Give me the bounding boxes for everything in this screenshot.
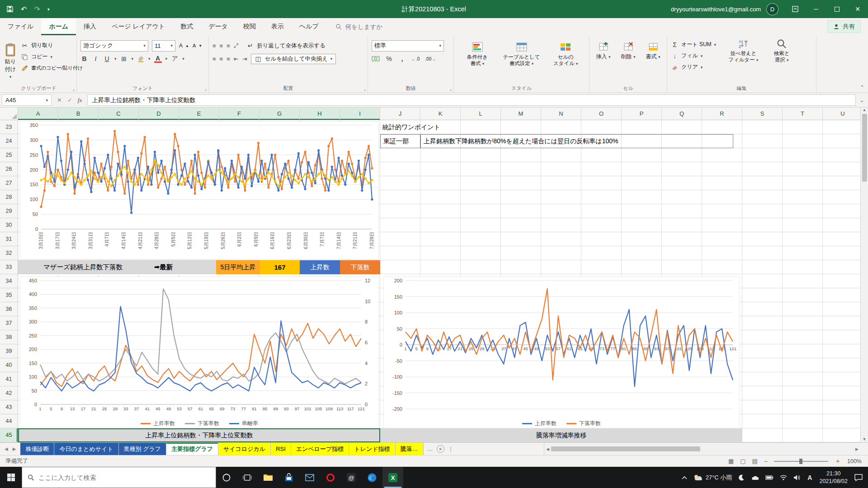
number-dialog-launcher[interactable]: ⌟ <box>449 86 452 91</box>
row-header-45[interactable]: 45 <box>0 428 18 442</box>
sheet-tab-主要指標グラフ[interactable]: 主要指標グラフ <box>166 443 218 455</box>
tell-me-search[interactable] <box>335 23 404 30</box>
column-header-R[interactable]: R <box>702 108 742 120</box>
cell-j24[interactable]: 東証一部 <box>380 134 420 148</box>
sort-filter-button[interactable]: AZ 並べ替えとフィルター ▾ <box>724 38 762 84</box>
alignment-dialog-launcher[interactable]: ⌟ <box>363 86 366 91</box>
row-header-32[interactable]: 32 <box>0 246 18 260</box>
row-header-34[interactable]: 34 <box>0 274 18 288</box>
ribbon-tab-表示[interactable]: 表示 <box>264 18 292 35</box>
maximize-button[interactable] <box>826 0 847 18</box>
cell-styles-button[interactable]: セルのスタイル ▾ <box>546 41 585 67</box>
column-header-Q[interactable]: Q <box>662 108 702 120</box>
row-header-28[interactable]: 28 <box>0 190 18 204</box>
ribbon-tab-数式[interactable]: 数式 <box>173 18 201 35</box>
account-email[interactable]: dryyourtearswithlove1@gmail.com <box>671 6 761 13</box>
align-right-icon[interactable]: ≡ <box>226 56 230 62</box>
red-ring-app-icon[interactable] <box>320 467 341 488</box>
align-middle-icon[interactable]: ≡ <box>220 42 223 49</box>
action-center-icon[interactable] <box>851 467 868 488</box>
column-header-H[interactable]: H <box>300 108 340 120</box>
banner-45-left[interactable]: 上昇率上位銘柄数・下降率上位変動数 <box>18 428 380 442</box>
sheet-tab-RSI[interactable]: RSI <box>271 443 291 455</box>
ribbon-tab-ファイル[interactable]: ファイル <box>0 18 41 35</box>
advance-count-header-cell[interactable]: 上昇数 <box>300 260 340 274</box>
tray-chevron-up-icon[interactable] <box>679 467 690 488</box>
avg-up-value-cell[interactable]: 167 <box>260 260 300 274</box>
page-layout-view-icon[interactable]: ▢ <box>740 458 745 465</box>
number-format-combobox[interactable]: 標準▾ <box>372 40 444 52</box>
row-header-35[interactable]: 35 <box>0 288 18 302</box>
row-header-25[interactable]: 25 <box>0 148 18 162</box>
minimize-button[interactable]: ─ <box>806 0 826 18</box>
align-left-icon[interactable]: ≡ <box>212 56 216 62</box>
align-top-icon[interactable]: ≡ <box>212 42 216 49</box>
increase-decimal-button[interactable]: ←.0 <box>411 56 420 61</box>
row-header-39[interactable]: 39 <box>0 344 18 358</box>
row-header-29[interactable]: 29 <box>0 204 18 218</box>
ribbon-tab-ホーム[interactable]: ホーム <box>41 18 76 35</box>
share-button[interactable]: 共有 <box>827 20 861 33</box>
fill-color-icon[interactable] <box>137 55 145 62</box>
column-header-T[interactable]: T <box>783 108 823 120</box>
increase-indent-icon[interactable]: ⇥ <box>242 56 247 62</box>
qat-customize-caret[interactable]: ▾ <box>47 7 50 12</box>
column-header-S[interactable]: S <box>742 108 783 120</box>
font-color-button[interactable]: A <box>154 55 162 63</box>
close-button[interactable]: ✕ <box>847 0 868 18</box>
decrease-decimal-button[interactable]: .00→ <box>425 56 436 61</box>
chart-advance-decline-rate[interactable]: -200-150-100-500501001502001591317212529… <box>383 277 740 428</box>
column-header-K[interactable]: K <box>420 108 461 120</box>
cortana-icon[interactable] <box>216 467 237 488</box>
ribbon-tab-挿入[interactable]: 挿入 <box>76 18 104 35</box>
row-header-24[interactable]: 24 <box>0 134 18 148</box>
ribbon-tab-ヘルプ[interactable]: ヘルプ <box>292 18 326 35</box>
column-header-C[interactable]: C <box>99 108 139 120</box>
zoom-slider[interactable] <box>774 461 828 462</box>
row-header-33[interactable]: 33 <box>0 260 18 274</box>
column-header-E[interactable]: E <box>179 108 219 120</box>
sheet-tab-業種別 グラフ[interactable]: 業種別 グラフ <box>119 443 167 455</box>
cancel-formula-icon[interactable]: ✕ <box>57 97 62 103</box>
sheet-tab-株価診断[interactable]: 株価診断 <box>20 443 54 455</box>
comma-style-button[interactable]: , <box>398 55 406 62</box>
column-header-N[interactable]: N <box>541 108 581 120</box>
sheet-tab-menu-icon[interactable]: ⋮ <box>448 446 454 452</box>
enter-formula-icon[interactable]: ✓ <box>67 97 72 103</box>
find-select-button[interactable]: 検索と選択 ▾ <box>765 38 798 84</box>
sheet-nav-right-icon[interactable]: ▶ <box>13 446 16 451</box>
format-cells-button[interactable]: 書式 ▾ <box>643 41 663 61</box>
row-header-41[interactable]: 41 <box>0 372 18 386</box>
formula-bar-expand-icon[interactable]: ⌄ <box>856 93 868 107</box>
column-header-A[interactable]: A <box>18 108 58 120</box>
increase-font-button[interactable]: A▲ <box>179 41 189 51</box>
delete-cells-button[interactable]: 削除 ▾ <box>618 41 638 61</box>
undo-icon[interactable]: ↶ <box>21 5 27 14</box>
redo-icon[interactable]: ↷ <box>34 5 40 14</box>
column-header-O[interactable]: O <box>581 108 622 120</box>
align-bottom-icon[interactable]: ≡ <box>226 42 230 49</box>
merge-center-button[interactable]: ◫セルを結合して中央揃え▾ <box>251 54 336 64</box>
row-header-31[interactable]: 31 <box>0 232 18 246</box>
column-header-U[interactable]: U <box>823 108 863 120</box>
edge-icon[interactable] <box>362 467 382 488</box>
column-header-I[interactable]: I <box>340 108 380 120</box>
horizontal-scrollbar[interactable]: ◀ ▶ <box>544 443 860 455</box>
row-header-38[interactable]: 38 <box>0 330 18 344</box>
row-header-23[interactable]: 23 <box>0 120 18 134</box>
decrease-font-button[interactable]: A▼ <box>193 41 202 51</box>
row-header-27[interactable]: 27 <box>0 176 18 190</box>
formula-input[interactable]: 上昇率上位銘柄数・下降率上位変動数 <box>87 94 856 106</box>
column-header-J[interactable]: J <box>380 108 420 120</box>
at-sign-app-icon[interactable]: @ <box>341 467 362 488</box>
file-explorer-icon[interactable] <box>258 467 278 488</box>
ribbon-tab-データ[interactable]: データ <box>201 18 236 35</box>
cell-k24[interactable]: 上昇銘柄数下降銘柄数が80%を超えた場合には翌日の反転率は100% <box>420 134 733 148</box>
currency-icon[interactable] <box>372 56 380 62</box>
format-painter-button[interactable]: 書式のコピー/貼り付け <box>21 63 83 73</box>
phonetic-guide-button[interactable]: ア <box>171 55 179 63</box>
collapse-ribbon-icon[interactable]: ⌃ <box>860 84 864 91</box>
hscroll-left-icon[interactable]: ◀ <box>546 447 549 451</box>
row-header-26[interactable]: 26 <box>0 162 18 176</box>
avg-up-label-cell[interactable]: 5日平均上昇 <box>216 260 260 274</box>
